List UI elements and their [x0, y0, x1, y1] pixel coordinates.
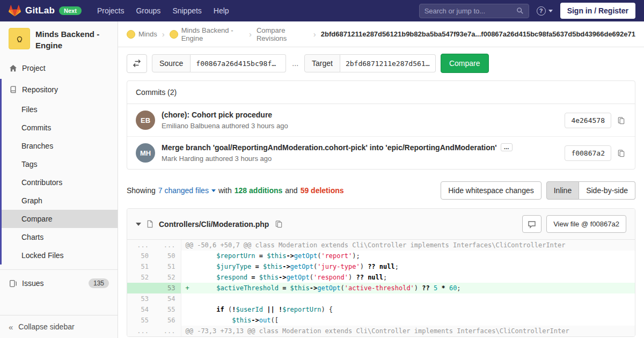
- code-line: $juryType = $this->getOpt('jury-type') ?…: [181, 261, 635, 272]
- revision-range-dots: ...: [291, 59, 299, 68]
- signin-button[interactable]: Sign in / Register: [560, 3, 635, 19]
- with-label: with: [218, 186, 232, 195]
- expand-commit-description-button[interactable]: ...: [501, 143, 513, 151]
- old-line-number[interactable]: 53: [127, 293, 154, 304]
- new-line-number[interactable]: 56: [154, 315, 181, 326]
- changed-files-dropdown[interactable]: 7 changed files: [158, 186, 216, 195]
- left-sidebar: Minds Backend - Engine Project Repositor…: [0, 21, 118, 338]
- new-line-number[interactable]: 51: [154, 261, 181, 272]
- diff-stats-text: Showing 7 changed files with 128 additio…: [127, 186, 344, 195]
- diff-table-body: ......@@ -50,6 +50,7 @@ class Moderation…: [127, 240, 635, 336]
- commit-byline: Mark Harding authored 3 hours ago: [162, 155, 558, 163]
- hide-whitespace-button[interactable]: Hide whitespace changes: [441, 181, 541, 200]
- avatar: MH: [136, 143, 155, 163]
- avatar: EB: [136, 111, 155, 130]
- sidebar-item-compare[interactable]: Compare: [2, 210, 118, 228]
- and-label: and: [285, 186, 297, 195]
- new-line-number[interactable]: 55: [154, 304, 181, 315]
- sidebar-item-graph[interactable]: Graph: [2, 192, 118, 210]
- old-line-number[interactable]: 55: [127, 315, 154, 326]
- nav-snippets[interactable]: Snippets: [166, 1, 207, 20]
- sidebar-item-files[interactable]: Files: [2, 100, 118, 119]
- home-icon: [9, 64, 17, 72]
- deletions-count: 59 deletions: [301, 186, 344, 195]
- toggle-comments-button[interactable]: [522, 215, 541, 233]
- commit-actions: f00867a2: [565, 145, 626, 161]
- commit-byline: Emiliano Balbuena authored 3 hours ago: [162, 122, 558, 130]
- sidebar-item-label: Issues: [22, 279, 43, 288]
- code-line: @@ -73,3 +73,13 @@ class Moderation exte…: [181, 326, 635, 336]
- search-box[interactable]: [419, 4, 529, 18]
- nav-groups[interactable]: Groups: [130, 1, 166, 20]
- copy-sha-button[interactable]: [616, 115, 626, 126]
- target-label: Target: [304, 54, 340, 72]
- swap-revisions-button[interactable]: [127, 54, 147, 73]
- lightbulb-icon: [16, 35, 24, 43]
- copy-icon: [275, 220, 283, 228]
- side-by-side-view-button[interactable]: Side-by-side: [579, 181, 635, 200]
- code-line: $respond = $this->getOpt('respond') ?? n…: [181, 272, 635, 283]
- old-line-number[interactable]: 52: [127, 272, 154, 283]
- additions-count: 128 additions: [235, 186, 282, 195]
- commit-info: Merge branch 'goal/ReportingAndModeratio…: [162, 143, 558, 163]
- inline-view-button[interactable]: Inline: [546, 181, 579, 200]
- breadcrumb-compare-revisions[interactable]: Compare Revisions: [257, 26, 309, 42]
- new-line-number[interactable]: 54: [154, 293, 181, 304]
- chevron-down-icon: [548, 10, 553, 12]
- diff-context-row: 5151 $juryType = $this->getOpt('jury-typ…: [127, 261, 635, 272]
- project-context-header[interactable]: Minds Backend - Engine: [0, 21, 118, 57]
- sidebar-item-charts[interactable]: Charts: [2, 228, 118, 246]
- sidebar-item-locked-files[interactable]: Locked Files: [2, 246, 118, 264]
- comment-icon: [528, 220, 536, 229]
- breadcrumb-group[interactable]: Minds: [127, 30, 157, 39]
- commit-actions: 4e264578: [565, 113, 626, 128]
- target-revision-input[interactable]: [340, 54, 436, 72]
- new-line-number[interactable]: 53: [154, 283, 181, 293]
- commit-sha-link[interactable]: 4e264578: [565, 113, 611, 128]
- new-line-number[interactable]: 50: [154, 251, 181, 261]
- sidebar-item-project[interactable]: Project: [0, 57, 118, 79]
- copy-sha-button[interactable]: [616, 148, 626, 158]
- gitlab-logo[interactable]: GitLab Next: [9, 5, 82, 17]
- new-line-number[interactable]: 52: [154, 272, 181, 283]
- breadcrumb-label: Minds Backend - Engine: [181, 26, 244, 42]
- nav-projects[interactable]: Projects: [91, 1, 130, 20]
- nav-help[interactable]: Help: [208, 1, 235, 20]
- sidebar-item-label: Project: [22, 64, 46, 72]
- sidebar-item-issues[interactable]: Issues 135: [0, 272, 118, 295]
- sidebar-item-contributors[interactable]: Contributors: [2, 173, 118, 192]
- view-file-button[interactable]: View file @ f00867a2: [546, 215, 626, 233]
- sidebar-item-branches[interactable]: Branches: [2, 137, 118, 155]
- collapse-sidebar-button[interactable]: « Collapse sidebar: [0, 315, 118, 338]
- breadcrumb-current-shas: 2bfd6871211e287d56121b9b82ba5ba547f93e7a…: [321, 30, 635, 38]
- breadcrumb-project[interactable]: Minds Backend - Engine: [170, 26, 244, 42]
- search-icon: [516, 7, 524, 14]
- new-line-number: ...: [154, 326, 181, 336]
- help-menu[interactable]: ?: [537, 6, 553, 16]
- code-line: $this->out([: [181, 315, 635, 326]
- old-line-number[interactable]: 50: [127, 251, 154, 261]
- issues-icon: [9, 280, 17, 288]
- old-line-number[interactable]: 54: [127, 304, 154, 315]
- commit-title-link[interactable]: (chore): Cohort pick procedure: [162, 111, 272, 119]
- sidebar-item-commits[interactable]: Commits: [2, 119, 118, 137]
- sidebar-item-repository[interactable]: Repository: [2, 79, 118, 100]
- copy-file-path-button[interactable]: [274, 219, 284, 229]
- collapse-diff-icon[interactable]: [136, 223, 141, 226]
- copy-icon: [617, 149, 625, 157]
- source-revision-input[interactable]: [191, 54, 286, 72]
- compare-button[interactable]: Compare: [441, 54, 489, 73]
- commit-title-link[interactable]: Merge branch 'goal/ReportingAndModeratio…: [162, 143, 497, 152]
- old-line-number[interactable]: [127, 283, 154, 293]
- showing-label: Showing: [127, 186, 156, 195]
- search-input[interactable]: [425, 7, 516, 15]
- caret-down-icon: [211, 189, 216, 192]
- commit-sha-link[interactable]: f00867a2: [565, 145, 611, 161]
- old-line-number[interactable]: 51: [127, 261, 154, 272]
- diff-context-row: 5050 $reportUrn = $this->getOpt('report'…: [127, 251, 635, 261]
- diff-context-row: 5556 $this->out([: [127, 315, 635, 326]
- diff-file-name[interactable]: Controllers/Cli/Moderation.php: [159, 220, 269, 229]
- top-navbar: GitLab Next Projects Groups Snippets Hel…: [0, 0, 644, 21]
- sidebar-item-tags[interactable]: Tags: [2, 155, 118, 173]
- commit-row: MH Merge branch 'goal/ReportingAndModera…: [127, 136, 635, 169]
